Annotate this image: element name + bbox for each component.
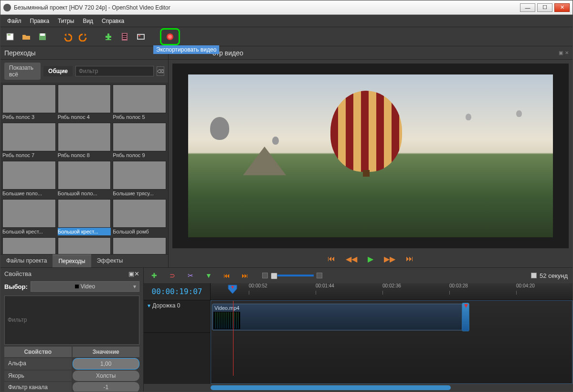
transition-item[interactable]: Большой крест... — [58, 199, 111, 235]
video-clip[interactable]: Video.mp4 — [212, 304, 465, 330]
property-target-select[interactable]: Video — [31, 281, 139, 292]
close-panel-icon[interactable]: ✕ — [565, 50, 569, 55]
properties-table: СвойствоЗначениеАльфа1,00ЯкорьХолстыФиль… — [4, 347, 139, 392]
ruler-tick: 00:04:20 — [516, 283, 535, 288]
transition-item[interactable]: Большой поло... — [58, 161, 111, 197]
menu-help[interactable]: Справка — [98, 16, 128, 26]
transition-item[interactable]: Большие трясу... — [113, 161, 166, 197]
property-value[interactable]: -1 — [73, 382, 140, 392]
ruler-tick: 00:03:28 — [449, 283, 468, 288]
common-button[interactable]: Общие — [43, 66, 73, 76]
transition-item[interactable] — [58, 237, 111, 254]
menu-view[interactable]: Вид — [79, 16, 97, 26]
menu-edit[interactable]: Правка — [26, 16, 53, 26]
track-0-header[interactable]: ▾Дорожка 0 — [144, 300, 210, 333]
add-track-button[interactable]: ✚ — [149, 270, 160, 281]
transition-item[interactable] — [113, 237, 166, 254]
property-value[interactable]: Холсты — [73, 371, 140, 381]
export-video-button[interactable] — [160, 28, 180, 45]
clip-end-handle[interactable] — [462, 303, 469, 331]
transitions-panel-title: Переходы — [4, 49, 36, 57]
undo-button[interactable] — [62, 31, 73, 42]
minimize-button[interactable]: — — [520, 3, 535, 12]
fullscreen-button[interactable] — [135, 31, 147, 42]
toolbar — [0, 27, 573, 46]
rewind-button[interactable]: ◀◀ — [346, 254, 357, 264]
transition-label: Большой крест... — [58, 228, 111, 235]
tab-effects[interactable]: Эффекты — [91, 254, 129, 267]
transition-item[interactable]: Рябь полос 9 — [113, 123, 166, 159]
transition-label: Рябь полос 4 — [58, 113, 111, 121]
window-title: Безымянный проект [HDV 720 24p] - OpenSh… — [14, 4, 520, 11]
menu-file[interactable]: Файл — [3, 16, 25, 26]
show-all-button[interactable]: Показать всё — [4, 63, 41, 80]
property-name: Альфа — [4, 358, 72, 370]
titlebar: Безымянный проект [HDV 720 24p] - OpenSh… — [0, 0, 573, 15]
select-label: Выбор: — [4, 283, 28, 290]
svg-rect-1 — [8, 34, 11, 35]
profile-button[interactable] — [119, 31, 130, 42]
open-project-button[interactable] — [21, 31, 32, 42]
transition-label: Рябь полос 7 — [2, 151, 56, 159]
property-value[interactable]: 1,00 — [73, 358, 140, 370]
duration-checkbox[interactable] — [531, 273, 537, 278]
tab-project-files[interactable]: Файлы проекта — [0, 254, 53, 267]
transition-label: Рябь полос 8 — [58, 151, 111, 159]
transition-item[interactable] — [2, 237, 56, 254]
transition-label: Большой ромб — [113, 228, 166, 235]
transition-label: Большие поло... — [2, 190, 56, 197]
preview-panel-header: отр видео ▣✕ — [169, 46, 573, 60]
transition-label: Большой крест... — [2, 228, 56, 235]
ruler-tick: 00:02:36 — [382, 283, 401, 288]
transition-item[interactable]: Большие поло... — [2, 161, 56, 197]
timeline-scrollbar[interactable] — [144, 384, 573, 392]
maximize-button[interactable]: ☐ — [537, 3, 552, 12]
transition-label: Рябь полос 3 — [2, 113, 56, 121]
razor-button[interactable]: ✂ — [185, 270, 196, 281]
property-name: Фильтр канала — [4, 382, 72, 392]
prev-marker-button[interactable]: ⏮ — [221, 270, 233, 281]
new-project-button[interactable] — [4, 31, 16, 42]
current-time: 00:00:19:07 — [144, 283, 211, 300]
tab-transitions[interactable]: Переходы — [53, 254, 91, 267]
playhead-icon[interactable] — [227, 284, 238, 295]
col-value: Значение — [73, 347, 140, 357]
import-files-button[interactable] — [103, 31, 114, 42]
next-marker-button[interactable]: ⏭ — [239, 270, 251, 281]
transitions-grid: Рябь полос 3Рябь полос 4Рябь полос 5Рябь… — [0, 83, 168, 254]
transition-item[interactable]: Рябь полос 5 — [113, 85, 166, 121]
zoom-slider[interactable] — [262, 273, 322, 278]
snap-button[interactable]: ⊃ — [167, 270, 178, 281]
jump-start-button[interactable]: ⏮ — [328, 254, 335, 263]
balloon-icon — [330, 91, 402, 172]
clear-filter-button[interactable]: ⌫ — [157, 66, 164, 76]
transition-item[interactable]: Рябь полос 8 — [58, 123, 111, 159]
save-project-button[interactable] — [37, 31, 48, 42]
transition-item[interactable]: Большой ромб — [113, 199, 166, 235]
close-props-icon[interactable]: ✕ — [134, 270, 139, 277]
menu-titles[interactable]: Титры — [54, 16, 78, 26]
redo-button[interactable] — [78, 31, 89, 42]
col-property: Свойство — [4, 347, 72, 357]
transition-item[interactable]: Рябь полос 7 — [2, 123, 56, 159]
undock-props-icon[interactable]: ▣ — [128, 270, 134, 277]
transitions-panel-header: Переходы — [0, 46, 168, 60]
fast-forward-button[interactable]: ▶▶ — [384, 254, 395, 264]
transition-item[interactable]: Рябь полос 3 — [2, 85, 56, 121]
transition-item[interactable]: Рябь полос 4 — [58, 85, 111, 121]
close-button[interactable]: ✕ — [554, 3, 570, 12]
transition-item[interactable]: Большой крест... — [2, 199, 56, 235]
play-button[interactable]: ▶ — [368, 254, 373, 264]
ruler-tick: 00:01:44 — [316, 283, 334, 288]
timeline-ruler[interactable]: 00:00:5200:01:4400:02:3600:03:2800:04:20… — [211, 283, 573, 300]
add-marker-button[interactable]: ▼ — [203, 270, 214, 281]
video-preview[interactable] — [172, 64, 569, 248]
transition-filter-input[interactable] — [75, 66, 154, 76]
undock-icon[interactable]: ▣ — [559, 50, 563, 55]
export-tooltip: Экспортировать видео — [153, 45, 219, 54]
app-icon — [3, 4, 11, 11]
svg-rect-9 — [138, 34, 144, 39]
jump-end-button[interactable]: ⏭ — [406, 254, 414, 263]
properties-filter-input[interactable] — [4, 296, 139, 345]
track-0-content[interactable]: Video.mp4 — [211, 300, 573, 384]
